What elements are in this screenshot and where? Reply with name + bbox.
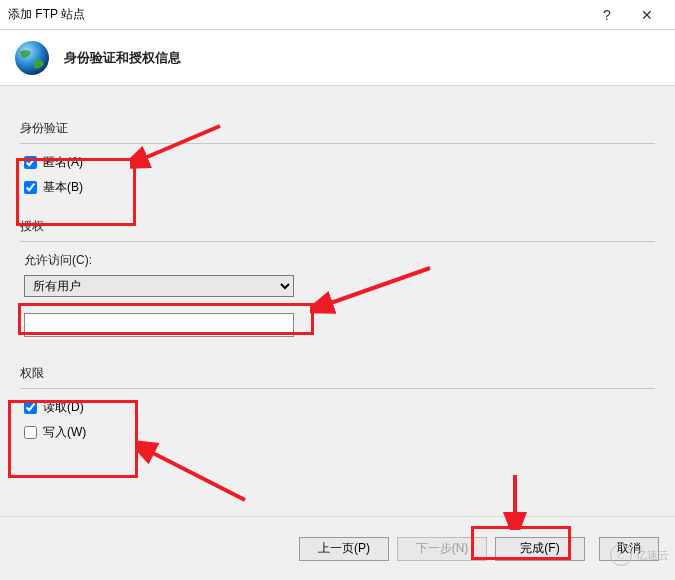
permissions-section-label: 权限	[20, 365, 655, 382]
divider	[20, 241, 655, 242]
help-button[interactable]: ?	[587, 1, 627, 29]
divider	[20, 388, 655, 389]
svg-point-0	[15, 41, 49, 75]
write-label: 写入(W)	[43, 424, 86, 441]
titlebar: 添加 FTP 站点 ? ✕	[0, 0, 675, 30]
watermark-text: 亿速云	[636, 548, 669, 563]
read-checkbox-row[interactable]: 读取(D)	[24, 399, 651, 416]
authorization-text-input[interactable]	[24, 313, 294, 337]
close-button[interactable]: ✕	[627, 1, 667, 29]
titlebar-controls: ? ✕	[587, 1, 667, 29]
watermark-icon: ㄜ	[610, 544, 632, 566]
authorization-section-label: 授权	[20, 218, 655, 235]
watermark: ㄜ 亿速云	[610, 544, 669, 566]
next-button: 下一步(N)	[397, 537, 487, 561]
write-checkbox-row[interactable]: 写入(W)	[24, 424, 651, 441]
basic-checkbox[interactable]	[24, 181, 37, 194]
previous-button[interactable]: 上一页(P)	[299, 537, 389, 561]
anonymous-checkbox-row[interactable]: 匿名(A)	[24, 154, 651, 171]
read-checkbox[interactable]	[24, 401, 37, 414]
wizard-footer: 上一页(P) 下一步(N) 完成(F) 取消	[0, 516, 675, 580]
wizard-content: 身份验证 匿名(A) 基本(B) 授权 允许访问(C): 所有用户 权限 读取(…	[0, 86, 675, 516]
write-checkbox[interactable]	[24, 426, 37, 439]
page-title: 身份验证和授权信息	[64, 49, 181, 67]
allow-access-select[interactable]: 所有用户	[24, 275, 294, 297]
basic-checkbox-row[interactable]: 基本(B)	[24, 179, 651, 196]
window-title: 添加 FTP 站点	[8, 6, 587, 23]
wizard-header: 身份验证和授权信息	[0, 30, 675, 86]
read-label: 读取(D)	[43, 399, 84, 416]
globe-icon	[12, 38, 52, 78]
auth-section-label: 身份验证	[20, 120, 655, 137]
finish-button[interactable]: 完成(F)	[495, 537, 585, 561]
auth-checkbox-group: 匿名(A) 基本(B)	[20, 154, 655, 196]
authorization-section: 授权 允许访问(C): 所有用户	[20, 218, 655, 337]
anonymous-checkbox[interactable]	[24, 156, 37, 169]
divider	[20, 143, 655, 144]
anonymous-label: 匿名(A)	[43, 154, 83, 171]
allow-access-label: 允许访问(C):	[24, 252, 655, 269]
permissions-section: 权限 读取(D) 写入(W)	[20, 365, 655, 441]
basic-label: 基本(B)	[43, 179, 83, 196]
